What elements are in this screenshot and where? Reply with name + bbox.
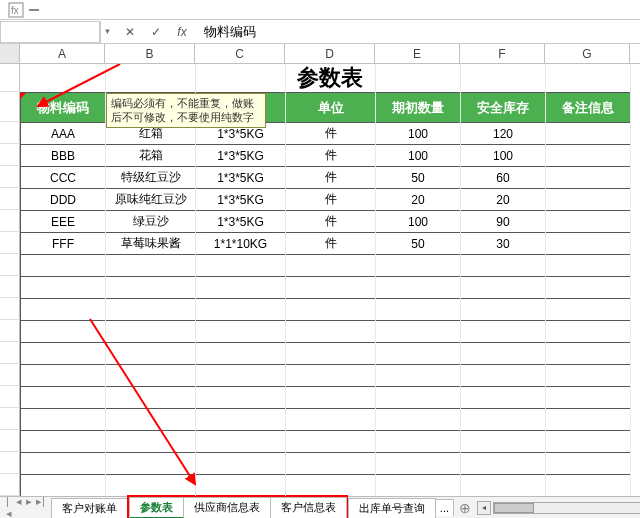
cell-empty[interactable] (461, 453, 546, 475)
cancel-formula-icon[interactable]: ✕ (122, 25, 138, 39)
cell-empty[interactable] (546, 453, 631, 475)
header-note[interactable]: 备注信息 (546, 93, 631, 123)
cell-qty[interactable]: 50 (376, 233, 461, 255)
cell-empty[interactable] (376, 387, 461, 409)
sheet-tab-supplier[interactable]: 供应商信息表 (183, 497, 271, 519)
scroll-thumb[interactable] (494, 503, 534, 513)
cell-name[interactable]: 花箱 (106, 145, 196, 167)
cell-empty[interactable] (546, 431, 631, 453)
row-header[interactable] (0, 166, 20, 188)
select-all-corner[interactable] (0, 44, 20, 63)
col-header-c[interactable]: C (195, 44, 285, 63)
cell-empty[interactable] (546, 409, 631, 431)
cell-empty[interactable] (376, 299, 461, 321)
cell-empty[interactable] (461, 475, 546, 497)
cell-unit[interactable]: 件 (286, 189, 376, 211)
formula-input[interactable]: 物料编码 (198, 23, 640, 41)
cell-empty[interactable] (461, 255, 546, 277)
col-header-a[interactable]: A (20, 44, 105, 63)
tab-nav-next-icon[interactable]: ▸ (26, 495, 32, 518)
cell-empty[interactable] (546, 277, 631, 299)
grid-body[interactable]: 参数表 物料编码 单位 期初数量 安全库存 备注信息 AAA红箱1*3*5KG件… (20, 64, 640, 496)
horizontal-scrollbar[interactable]: ◂ ▸ (477, 501, 640, 515)
cell-qty[interactable]: 20 (376, 189, 461, 211)
sheet-tab-customer[interactable]: 客户信息表 (270, 497, 347, 519)
tab-nav-first-icon[interactable]: |◂ (6, 495, 12, 518)
row-header[interactable] (0, 364, 20, 386)
cell-note[interactable] (546, 145, 631, 167)
row-header[interactable] (0, 210, 20, 232)
row-header[interactable] (0, 122, 20, 144)
cell-empty[interactable] (376, 321, 461, 343)
accept-formula-icon[interactable]: ✓ (148, 25, 164, 39)
cell-name[interactable]: 特级红豆沙 (106, 167, 196, 189)
row-header[interactable] (0, 232, 20, 254)
cell-empty[interactable] (106, 255, 196, 277)
cell-spec[interactable]: 1*3*5KG (196, 189, 286, 211)
cell-empty[interactable] (286, 299, 376, 321)
cell-empty[interactable] (21, 277, 106, 299)
name-box-dropdown[interactable]: ▼ (100, 21, 114, 43)
row-header[interactable] (0, 386, 20, 408)
scroll-left-icon[interactable]: ◂ (477, 501, 491, 515)
cell-code[interactable]: CCC (21, 167, 106, 189)
sheet-tab-more[interactable]: ... (435, 499, 454, 516)
row-header[interactable] (0, 430, 20, 452)
cell-empty[interactable] (461, 299, 546, 321)
col-header-e[interactable]: E (375, 44, 460, 63)
cell-unit[interactable]: 件 (286, 167, 376, 189)
cell-qty[interactable]: 100 (376, 123, 461, 145)
row-header[interactable] (0, 320, 20, 342)
cell-empty[interactable] (546, 321, 631, 343)
cell-empty[interactable] (461, 409, 546, 431)
cell-qty[interactable]: 100 (376, 145, 461, 167)
cell-note[interactable] (546, 167, 631, 189)
cell-empty[interactable] (286, 453, 376, 475)
row-header[interactable] (0, 254, 20, 276)
cell-empty[interactable] (286, 475, 376, 497)
scroll-track[interactable] (493, 502, 640, 514)
cell-code[interactable]: AAA (21, 123, 106, 145)
cell-empty[interactable] (546, 365, 631, 387)
row-header[interactable] (0, 452, 20, 474)
cell-empty[interactable] (286, 321, 376, 343)
cell-empty[interactable] (286, 365, 376, 387)
cell-qty[interactable]: 100 (376, 211, 461, 233)
cell-spec[interactable]: 1*1*10KG (196, 233, 286, 255)
row-header[interactable] (0, 92, 20, 122)
cell-note[interactable] (546, 211, 631, 233)
sheet-tab-active[interactable]: 参数表 (129, 497, 184, 519)
cell-empty[interactable] (461, 343, 546, 365)
cell-unit[interactable]: 件 (286, 233, 376, 255)
cell-empty[interactable] (286, 277, 376, 299)
cell-code[interactable]: DDD (21, 189, 106, 211)
col-header-f[interactable]: F (460, 44, 545, 63)
cell-code[interactable]: BBB (21, 145, 106, 167)
cell-empty[interactable] (546, 475, 631, 497)
add-sheet-icon[interactable]: ⊕ (453, 500, 477, 516)
header-qty[interactable]: 期初数量 (376, 93, 461, 123)
sheet-tab-next[interactable]: 出库单号查询 (348, 498, 436, 518)
cell-note[interactable] (546, 189, 631, 211)
row-header[interactable] (0, 342, 20, 364)
cell-empty[interactable] (376, 277, 461, 299)
cell-empty[interactable] (196, 255, 286, 277)
cell-empty[interactable] (546, 255, 631, 277)
cell-empty[interactable] (376, 409, 461, 431)
cell-spec[interactable]: 1*3*5KG (196, 167, 286, 189)
cell-empty[interactable] (376, 255, 461, 277)
cell-code[interactable]: FFF (21, 233, 106, 255)
col-header-d[interactable]: D (285, 44, 375, 63)
cell-name[interactable]: 原味纯红豆沙 (106, 189, 196, 211)
cell-empty[interactable] (461, 431, 546, 453)
tab-nav-prev-icon[interactable]: ◂ (16, 495, 22, 518)
cell-note[interactable] (546, 123, 631, 145)
col-header-b[interactable]: B (105, 44, 195, 63)
cell-empty[interactable] (461, 387, 546, 409)
cell-unit[interactable]: 件 (286, 211, 376, 233)
cell-empty[interactable] (461, 321, 546, 343)
name-box[interactable] (0, 21, 100, 43)
row-header[interactable] (0, 298, 20, 320)
cell-empty[interactable] (286, 409, 376, 431)
tab-nav-last-icon[interactable]: ▸| (36, 495, 45, 518)
